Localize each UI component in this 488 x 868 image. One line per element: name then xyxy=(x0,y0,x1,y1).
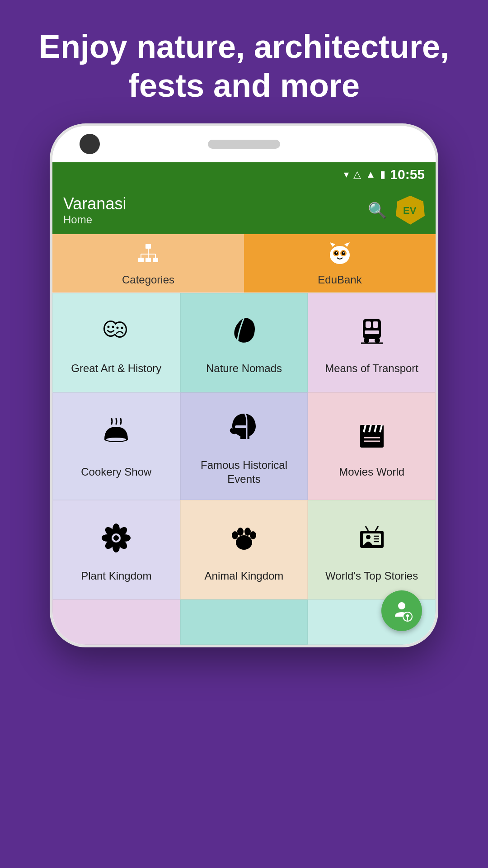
svg-point-15 xyxy=(336,252,338,253)
camera xyxy=(80,134,100,154)
worlds-top-stories-label: World's Top Stories xyxy=(325,569,418,583)
svg-rect-28 xyxy=(366,321,371,328)
signal-icon-2: ▲ xyxy=(366,169,375,180)
category-cell-nature-nomads[interactable]: Nature Nomads xyxy=(180,293,308,392)
famous-historical-events-label: Famous Historical Events xyxy=(190,458,299,486)
category-cell-movies-world[interactable]: Movies World xyxy=(308,392,436,500)
animal-kingdom-label: Animal Kingdom xyxy=(205,569,284,583)
tab-bar: Categories xyxy=(52,234,436,293)
app-subtitle: Home xyxy=(63,213,126,226)
svg-point-35 xyxy=(106,438,126,441)
svg-point-10 xyxy=(330,246,350,264)
tab-categories-label: Categories xyxy=(122,274,174,286)
train-icon xyxy=(356,314,388,354)
phone-top xyxy=(52,126,436,162)
svg-point-61 xyxy=(250,531,256,539)
helmet-icon xyxy=(228,411,260,451)
svg-point-26 xyxy=(121,327,123,329)
flower-icon xyxy=(100,522,132,561)
category-cell-means-of-transport[interactable]: Means of Transport xyxy=(308,293,436,392)
app-title: Varanasi xyxy=(63,194,126,213)
svg-point-16 xyxy=(343,252,345,253)
category-cell-plant-kingdom[interactable]: Plant Kingdom xyxy=(52,500,180,599)
category-cell-worlds-top-stories[interactable]: World's Top Stories xyxy=(308,500,436,599)
search-button[interactable]: 🔍 xyxy=(368,201,387,219)
category-cell-animal-kingdom[interactable]: Animal Kingdom xyxy=(180,500,308,599)
cookery-show-label: Cookery Show xyxy=(81,465,151,479)
svg-rect-29 xyxy=(373,321,378,328)
svg-line-68 xyxy=(366,526,368,531)
svg-rect-27 xyxy=(363,319,381,339)
svg-rect-36 xyxy=(235,425,247,428)
svg-rect-37 xyxy=(360,430,384,448)
category-cell-partial-2[interactable] xyxy=(180,599,308,645)
app-bar: Varanasi Home 🔍 EV xyxy=(52,187,436,234)
svg-rect-3 xyxy=(145,258,151,262)
svg-point-23 xyxy=(108,326,110,328)
svg-rect-1 xyxy=(145,244,151,249)
ev-logo-icon: EV xyxy=(401,201,419,219)
svg-point-58 xyxy=(232,531,238,539)
svg-point-64 xyxy=(366,535,371,539)
svg-rect-30 xyxy=(365,330,379,334)
wifi-icon: ▾ xyxy=(344,169,349,180)
svg-point-56 xyxy=(113,535,119,541)
clapper-icon xyxy=(356,418,388,458)
paw-icon xyxy=(228,522,260,561)
svg-rect-4 xyxy=(153,258,158,262)
tab-edubank-label: EduBank xyxy=(318,274,361,286)
categories-icon xyxy=(136,242,160,271)
plant-kingdom-label: Plant Kingdom xyxy=(81,569,151,583)
theater-icon xyxy=(100,314,132,354)
svg-point-59 xyxy=(237,528,244,536)
tab-edubank[interactable]: EduBank xyxy=(244,234,436,292)
svg-point-57 xyxy=(236,535,252,550)
movies-world-label: Movies World xyxy=(339,465,404,479)
battery-icon: ▮ xyxy=(380,169,385,180)
category-cell-famous-historical-events[interactable]: Famous Historical Events xyxy=(180,392,308,500)
svg-point-32 xyxy=(375,338,380,343)
category-cell-cookery-show[interactable]: Cookery Show xyxy=(52,392,180,500)
means-of-transport-label: Means of Transport xyxy=(325,361,418,375)
svg-line-69 xyxy=(375,526,378,531)
hero-section: Enjoy nature, architecture, fests and mo… xyxy=(0,0,488,123)
logo-badge: EV xyxy=(396,196,425,225)
leaf-icon xyxy=(228,314,260,354)
svg-text:EV: EV xyxy=(403,205,417,216)
status-icons: ▾ △ ▲ ▮ 10:55 xyxy=(344,167,425,182)
edubank-icon xyxy=(327,242,352,271)
svg-rect-2 xyxy=(138,258,144,262)
signal-icon: △ xyxy=(353,169,361,180)
phone-frame: ▾ △ ▲ ▮ 10:55 Varanasi Home 🔍 EV xyxy=(0,123,488,647)
app-bar-actions: 🔍 EV xyxy=(368,196,425,225)
svg-point-31 xyxy=(364,338,369,343)
food-icon xyxy=(100,418,132,458)
svg-point-22 xyxy=(114,323,126,336)
person-location-icon xyxy=(390,599,413,622)
app-bar-title-group: Varanasi Home xyxy=(63,194,126,226)
svg-marker-17 xyxy=(330,242,335,247)
hero-text: Enjoy nature, architecture, fests and mo… xyxy=(0,0,488,123)
category-cell-great-art-history[interactable]: Great Art & History xyxy=(52,293,180,392)
category-grid: Great Art & History Nature Nomads xyxy=(52,293,436,645)
fab-button[interactable] xyxy=(381,590,422,631)
status-time: 10:55 xyxy=(390,167,425,182)
svg-point-24 xyxy=(112,326,114,328)
nature-nomads-label: Nature Nomads xyxy=(206,361,282,375)
category-cell-partial-1[interactable] xyxy=(52,599,180,645)
svg-marker-18 xyxy=(344,242,350,247)
news-icon xyxy=(356,522,388,561)
speaker xyxy=(208,140,280,149)
great-art-history-label: Great Art & History xyxy=(71,361,161,375)
phone-body: ▾ △ ▲ ▮ 10:55 Varanasi Home 🔍 EV xyxy=(50,123,438,647)
svg-point-25 xyxy=(117,327,119,329)
svg-point-60 xyxy=(244,528,251,536)
status-bar: ▾ △ ▲ ▮ 10:55 xyxy=(52,162,436,187)
tab-categories[interactable]: Categories xyxy=(52,234,244,292)
